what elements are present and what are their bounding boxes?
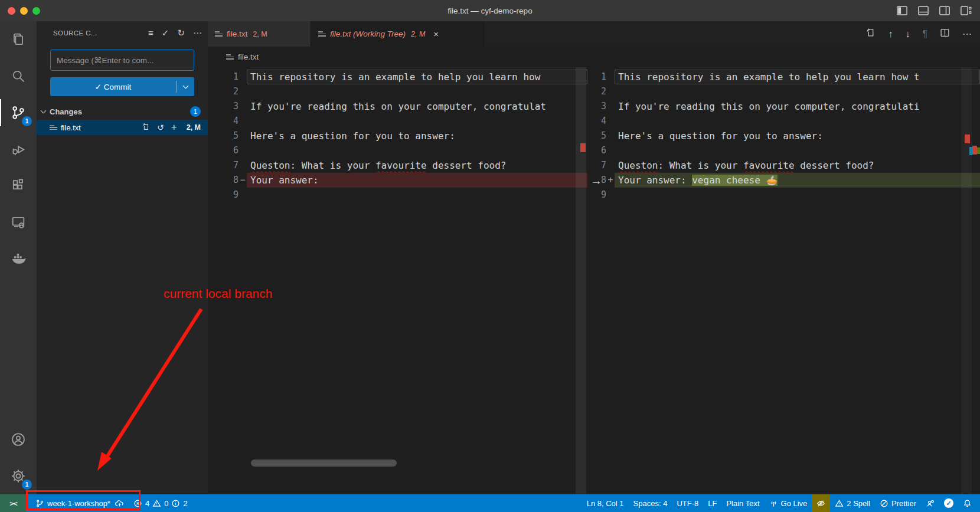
refresh-icon[interactable]: ↻ <box>177 28 185 38</box>
check-circle-icon: ✓ <box>944 498 953 508</box>
activity-bar: 1 1 <box>0 21 37 494</box>
settings-badge: 1 <box>22 480 32 490</box>
line-content <box>247 188 587 202</box>
changes-section-header[interactable]: Changes 1 <box>37 104 208 119</box>
tab-label: file.txt <box>227 29 247 38</box>
settings-gear-icon[interactable]: 1 <box>0 458 37 494</box>
diff-original-pane[interactable]: 1This repository is an example to help y… <box>208 67 587 494</box>
window-title: file.txt — cyf-demo-repo <box>0 6 980 15</box>
remote-explorer-icon[interactable] <box>0 204 37 241</box>
code-line[interactable]: 1This repository is an example to help y… <box>208 70 587 84</box>
line-content <box>247 114 587 129</box>
open-changes-icon[interactable] <box>865 28 876 40</box>
go-live-button[interactable]: Go Live <box>765 494 812 512</box>
discard-changes-icon[interactable]: ↺ <box>157 123 164 132</box>
code-line[interactable]: 8+Your answer: vegan cheese 🥧 <box>587 173 980 188</box>
line-number: 1 <box>587 70 606 84</box>
diff-modified-pane[interactable]: → 1This repository is an example to help… <box>587 67 980 494</box>
more-actions-icon[interactable]: ⋯ <box>962 28 972 40</box>
diff-revert-arrow-icon[interactable]: → <box>589 174 603 188</box>
line-content <box>615 143 980 158</box>
line-number: 3 <box>208 99 239 114</box>
diff-marker <box>606 84 615 99</box>
source-control-icon[interactable]: 1 <box>0 94 37 131</box>
vertical-scrollbar[interactable] <box>576 67 586 494</box>
overview-added-mark <box>977 147 980 154</box>
sync-status[interactable]: ✓ <box>939 494 958 512</box>
tab-file-txt-working-tree[interactable]: file.txt (Working Tree) 2, M × <box>311 21 484 47</box>
code-line[interactable]: 9 <box>587 188 980 202</box>
code-line[interactable]: 4 <box>587 114 980 129</box>
scm-badge: 1 <box>22 116 32 126</box>
accounts-icon[interactable] <box>0 421 37 458</box>
code-line[interactable]: 7Queston: What is your favourite dessert… <box>208 158 587 173</box>
breadcrumb[interactable]: file.txt <box>208 47 980 67</box>
code-line[interactable]: 2 <box>587 84 980 99</box>
eye-off-status-item[interactable] <box>812 494 830 512</box>
indentation-status[interactable]: Spaces: 4 <box>629 494 672 512</box>
line-content: Your answer: <box>247 173 587 188</box>
line-number: 1 <box>208 70 239 84</box>
diff-marker <box>239 129 247 143</box>
feedback-status[interactable] <box>921 494 939 512</box>
encoding-status[interactable]: UTF-8 <box>672 494 703 512</box>
split-editor-icon[interactable] <box>940 28 950 40</box>
stage-changes-icon[interactable]: + <box>171 122 177 133</box>
docker-icon[interactable] <box>0 241 37 277</box>
vertical-scrollbar[interactable] <box>961 67 972 494</box>
tab-file-txt[interactable]: file.txt 2, M <box>208 21 311 47</box>
toggle-secondary-sidebar-icon[interactable] <box>939 5 950 19</box>
line-content: Queston: What is your favourite dessert … <box>615 158 980 173</box>
run-debug-icon[interactable] <box>0 131 37 168</box>
diff-marker <box>239 114 247 129</box>
commit-action-icon[interactable]: ✓ <box>162 28 169 38</box>
code-line[interactable]: 3If you're reading this on your computer… <box>208 99 587 114</box>
source-control-sidebar: SOURCE C... ≡ ✓ ↻ ⋯ ✓ Commit Changes 1 f… <box>37 21 208 494</box>
commit-button[interactable]: ✓ Commit <box>50 77 194 96</box>
cursor-position-status[interactable]: Ln 8, Col 1 <box>582 494 629 512</box>
line-number: 4 <box>587 114 606 129</box>
customize-layout-icon[interactable] <box>960 5 972 19</box>
view-as-list-icon[interactable]: ≡ <box>148 28 153 38</box>
remote-window-button[interactable]: >< <box>0 494 26 512</box>
close-tab-icon[interactable]: × <box>433 29 439 39</box>
prettier-status[interactable]: Prettier <box>875 494 921 512</box>
search-icon[interactable] <box>0 58 37 94</box>
code-line[interactable]: 4 <box>208 114 587 129</box>
code-line[interactable]: 6 <box>587 143 980 158</box>
line-number: 4 <box>208 114 239 129</box>
next-change-icon[interactable]: ↓ <box>905 29 910 40</box>
extensions-icon[interactable] <box>0 168 37 204</box>
code-line[interactable]: 6 <box>208 143 587 158</box>
code-line[interactable]: 3If you're reading this on your computer… <box>587 99 980 114</box>
spell-checker-status[interactable]: 2 Spell <box>830 494 875 512</box>
previous-change-icon[interactable]: ↑ <box>888 29 893 40</box>
vscode-window: file.txt — cyf-demo-repo 1 <box>0 0 980 512</box>
code-line[interactable]: 9 <box>208 188 587 202</box>
line-content: Your answer: vegan cheese 🥧 <box>615 173 980 188</box>
line-content: This repository is an example to help yo… <box>247 70 587 84</box>
notifications-button[interactable] <box>958 494 980 512</box>
code-line[interactable]: 5Here's a question for you to answer: <box>587 129 980 143</box>
commit-message-input[interactable] <box>50 50 194 71</box>
explorer-icon[interactable] <box>0 21 37 58</box>
code-line[interactable]: 7Queston: What is your favourite dessert… <box>587 158 980 173</box>
open-file-icon[interactable] <box>142 123 150 133</box>
more-actions-icon[interactable]: ⋯ <box>193 28 202 38</box>
line-number: 6 <box>587 143 606 158</box>
toggle-panel-icon[interactable] <box>917 5 929 19</box>
code-line[interactable]: 1This repository is an example to help y… <box>587 70 980 84</box>
toggle-sidebar-icon[interactable] <box>896 5 908 19</box>
eol-status[interactable]: LF <box>703 494 721 512</box>
tab-git-decoration: 2, M <box>411 30 425 38</box>
language-mode-status[interactable]: Plain Text <box>721 494 764 512</box>
changed-file-row[interactable]: file.txt ↺ + 2, M <box>37 120 208 135</box>
code-line[interactable]: 5Here's a question for you to answer: <box>208 129 587 143</box>
horizontal-scrollbar[interactable] <box>251 460 397 467</box>
commit-dropdown-button[interactable] <box>177 86 194 88</box>
code-line[interactable]: 8−Your answer: <box>208 173 587 188</box>
info-icon <box>171 499 180 508</box>
pilcrow-icon[interactable]: ¶ <box>922 29 927 40</box>
broadcast-icon <box>769 499 778 508</box>
code-line[interactable]: 2 <box>208 84 587 99</box>
